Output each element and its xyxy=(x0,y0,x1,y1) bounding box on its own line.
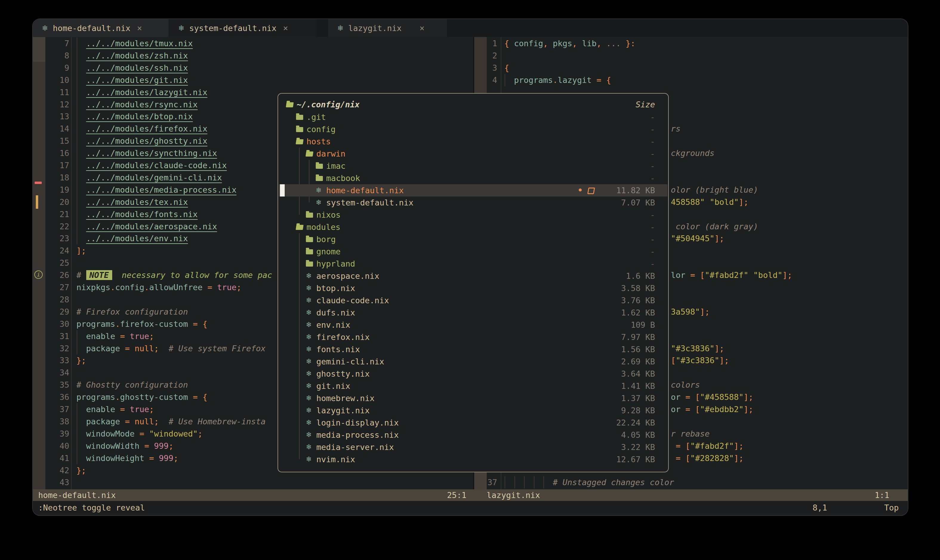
neotree-root-path: ~/.config/nix xyxy=(296,98,360,111)
tree-row-macbook[interactable]: macbook- xyxy=(279,172,668,184)
tree-item-name: modules xyxy=(306,221,341,233)
tree-row-login-display.nix[interactable]: ❄login-display.nix22.24 KB xyxy=(279,417,668,429)
command-text: :Neotree toggle reveal xyxy=(38,501,145,515)
line-number: 14 xyxy=(42,123,69,135)
tree-row-media-server.nix[interactable]: ❄media-server.nix3.22 KB xyxy=(279,441,668,453)
code-line[interactable]: 37# Unstagged changes color xyxy=(33,476,908,488)
code-token: . xyxy=(144,283,149,292)
tree-row-gnome[interactable]: gnome- xyxy=(279,245,668,258)
tab-home-default.nix[interactable]: ❄home-default.nix× xyxy=(33,19,168,37)
tree-item-size: 1.56 KB xyxy=(621,343,655,355)
tree-row-hosts[interactable]: hosts- xyxy=(279,135,668,148)
tree-item-name: media-server.nix xyxy=(316,441,394,453)
nix-file-icon: ❄ xyxy=(316,184,322,197)
tree-item-size: 4.05 KB xyxy=(621,429,655,441)
tree-row-modules[interactable]: modules- xyxy=(279,221,668,233)
code-token: enable xyxy=(86,405,116,414)
code-token: ../../modules/aerospace.nix xyxy=(86,222,217,231)
indent-guide xyxy=(77,135,77,147)
code-line[interactable]: 4programs.lazygit = { xyxy=(33,74,908,86)
tree-item-name: imac xyxy=(326,160,346,172)
folder-icon xyxy=(306,237,313,242)
tree-item-name: btop.nix xyxy=(316,282,355,294)
line-number: 36 xyxy=(42,391,69,403)
line-number: 42 xyxy=(42,464,69,477)
code-token: 458588" "bold" xyxy=(671,197,739,207)
code-fragment: lor = ["#fabd2f" "bold"]; xyxy=(671,269,792,281)
folder-icon xyxy=(296,115,303,120)
tree-row-claude-code.nix[interactable]: ❄claude-code.nix3.76 KB xyxy=(279,294,668,306)
tree-item-name: lazygit.nix xyxy=(316,405,370,417)
code-token: ]; xyxy=(783,271,792,280)
code-token: ]; xyxy=(76,246,86,255)
tree-row-hyprland[interactable]: hyprland- xyxy=(279,258,668,270)
code-token: ... xyxy=(606,39,621,48)
code-line[interactable]: 3{ xyxy=(33,62,908,74)
tab-lazygit.nix[interactable]: ❄lazygit.nix× xyxy=(328,19,447,37)
tree-row-homebrew.nix[interactable]: ❄homebrew.nix1.37 KB xyxy=(279,392,668,405)
tree-row-env.nix[interactable]: ❄env.nix109 B xyxy=(279,319,668,331)
code-token: ../../modules/lazygit.nix xyxy=(86,88,207,97)
code-token: = { xyxy=(188,319,207,329)
close-icon[interactable]: × xyxy=(283,23,288,33)
code-line[interactable]: 2 xyxy=(33,49,908,62)
line-number: 38 xyxy=(42,415,69,428)
indent-guide xyxy=(505,476,505,488)
line-number: 19 xyxy=(42,184,69,196)
neotree-float[interactable]: ~/.config/nix Size .git-config-hosts-dar… xyxy=(278,93,669,472)
tree-row-media-process.nix[interactable]: ❄media-process.nix4.05 KB xyxy=(279,429,668,441)
tree-row-fonts.nix[interactable]: ❄fonts.nix1.56 KB xyxy=(279,343,668,355)
code-token: ]; xyxy=(734,454,744,463)
tree-row-nvim.nix[interactable]: ❄nvim.nix12.67 KB xyxy=(279,453,668,466)
tree-row-system-default.nix[interactable]: ❄system-default.nix7.07 KB xyxy=(279,197,668,209)
tree-item-name: system-default.nix xyxy=(326,197,414,209)
indent-guide xyxy=(77,403,77,415)
tree-row-config[interactable]: config- xyxy=(279,123,668,135)
tree-row-home-default.nix[interactable]: ❄home-default.nix•11.82 KB xyxy=(279,184,668,197)
folder-icon xyxy=(306,212,313,218)
tree-row-aerospace.nix[interactable]: ❄aerospace.nix1.6 KB xyxy=(279,270,668,282)
tree-item-name: gnome xyxy=(316,245,341,258)
code-token: "#504945" xyxy=(671,234,715,243)
code-token: = { xyxy=(592,75,611,85)
code-token: "#282828" xyxy=(690,454,734,463)
tree-item-name: media-process.nix xyxy=(316,429,399,441)
code-token: = [ xyxy=(681,405,700,414)
indent-guide xyxy=(534,476,534,488)
code-line[interactable]: 1{ config, pkgs, lib, ... }: xyxy=(33,37,908,49)
statusline-right: lazygit.nix 1:1 xyxy=(474,489,908,501)
code-token: ; xyxy=(198,429,202,438)
tree-row-firefox.nix[interactable]: ❄firefox.nix7.97 KB xyxy=(279,331,668,343)
tree-row-btop.nix[interactable]: ❄btop.nix3.58 KB xyxy=(279,282,668,294)
code-token: ; xyxy=(154,417,159,426)
tree-row-git.nix[interactable]: ❄git.nix1.41 KB xyxy=(279,380,668,392)
close-icon[interactable]: × xyxy=(137,23,142,33)
indent-guide xyxy=(77,123,77,135)
command-line[interactable]: :Neotree toggle reveal 8,1 Top xyxy=(33,501,908,515)
code-token: ]; xyxy=(744,392,753,402)
tree-item-size: 1.6 KB xyxy=(626,270,655,282)
code-fragment: olor (bright blue) xyxy=(671,184,758,196)
tree-row-.git[interactable]: .git- xyxy=(279,111,668,123)
tree-row-ghostty.nix[interactable]: ❄ghostty.nix3.64 KB xyxy=(279,368,668,380)
tree-row-darwin[interactable]: darwin- xyxy=(279,148,668,160)
code-token: ]; xyxy=(734,441,744,451)
line-number: 4 xyxy=(487,74,497,86)
code-token: # Use system Firefox xyxy=(159,344,265,353)
indent-guide xyxy=(77,415,77,428)
tab-system-default.nix[interactable]: ❄system-default.nix× xyxy=(169,19,316,37)
tree-item-name: gemini-cli.nix xyxy=(316,355,384,368)
close-icon[interactable]: × xyxy=(420,23,424,33)
tree-row-gemini-cli.nix[interactable]: ❄gemini-cli.nix2.69 KB xyxy=(279,355,668,368)
tree-item-name: claude-code.nix xyxy=(316,294,389,306)
code-token: lor xyxy=(671,271,685,280)
tree-item-size: 11.82 KB xyxy=(616,184,655,197)
tree-row-borg[interactable]: borg- xyxy=(279,233,668,245)
tree-row-dufs.nix[interactable]: ❄dufs.nix1.62 KB xyxy=(279,306,668,319)
code-token: enable xyxy=(86,332,116,341)
code-token: programs xyxy=(76,392,115,402)
tree-row-nixos[interactable]: nixos- xyxy=(279,209,668,221)
tree-row-lazygit.nix[interactable]: ❄lazygit.nix9.28 KB xyxy=(279,405,668,417)
code-token: package xyxy=(86,417,120,426)
tree-row-imac[interactable]: imac- xyxy=(279,160,668,172)
